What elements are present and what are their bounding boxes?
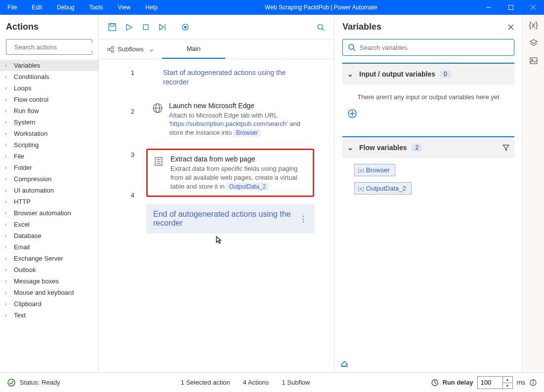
tree-item-excel[interactable]: ›Excel	[0, 219, 98, 230]
line-4: 4	[99, 177, 134, 201]
menu-file[interactable]: File	[0, 0, 24, 15]
menu-tools[interactable]: Tools	[82, 0, 110, 15]
chevron-right-icon: ›	[5, 142, 11, 148]
variables-search[interactable]	[342, 39, 514, 56]
svg-point-39	[8, 379, 15, 386]
chevron-down-icon[interactable]: ⌄	[347, 144, 353, 152]
tree-item-email[interactable]: ›Email	[0, 241, 98, 253]
menu-help[interactable]: Help	[138, 0, 165, 15]
minimize-button[interactable]	[477, 0, 500, 15]
variable-item-outputdata[interactable]: (x)OutputData_2	[354, 182, 412, 195]
layers-icon[interactable]	[529, 39, 538, 47]
image-icon[interactable]	[529, 56, 538, 65]
tree-item-database[interactable]: ›Database	[0, 230, 98, 241]
chevron-right-icon: ›	[5, 210, 11, 216]
actions-search[interactable]	[6, 39, 92, 55]
svg-marker-36	[530, 39, 537, 43]
flow-count-badge: 2	[412, 144, 422, 152]
svg-point-13	[184, 26, 186, 28]
braces-icon[interactable]: {x}	[529, 21, 538, 30]
chevron-right-icon: ›	[5, 267, 11, 273]
check-icon	[7, 378, 16, 387]
step-extract-data[interactable]: Extract data from web page Extract data …	[146, 149, 314, 197]
tree-item-run-flow[interactable]: ›Run flow	[0, 105, 98, 117]
delay-input[interactable]	[478, 379, 502, 386]
tree-item-conditionals[interactable]: ›Conditionals	[0, 71, 98, 82]
chevron-down-icon: ⌄	[149, 45, 154, 53]
tree-item-flow-control[interactable]: ›Flow control	[0, 94, 98, 105]
chevron-right-icon: ›	[5, 154, 11, 159]
tree-item-file[interactable]: ›File	[0, 151, 98, 162]
window-controls	[477, 0, 544, 15]
menu-edit[interactable]: Edit	[24, 0, 49, 15]
chevron-right-icon: ›	[5, 63, 11, 68]
subflow-count: 1 Subflow	[282, 379, 310, 386]
spin-down[interactable]: ▾	[503, 383, 512, 389]
step-button[interactable]	[155, 19, 170, 35]
step-launch-edge[interactable]: Launch new Microsoft Edge Attach to Micr…	[146, 97, 314, 142]
tree-item-ui-automation[interactable]: ›UI automation	[0, 185, 98, 196]
tree-item-message-boxes[interactable]: ›Message boxes	[0, 275, 98, 287]
comment-end[interactable]: End of autogenerated actions using the r…	[146, 204, 314, 234]
tree-item-exchange-server[interactable]: ›Exchange Server	[0, 253, 98, 264]
tree-item-outlook[interactable]: ›Outlook	[0, 264, 98, 275]
add-variable-button[interactable]	[347, 109, 509, 118]
tree-label: Variables	[14, 62, 40, 69]
flow-section-header[interactable]: ⌄ Flow variables 2	[342, 137, 514, 158]
tree-label: Email	[14, 243, 30, 251]
flow-variables-section: ⌄ Flow variables 2 (x)Browser (x)OutputD…	[342, 136, 514, 206]
filter-icon[interactable]	[502, 144, 509, 151]
menu-debug[interactable]: Debug	[49, 0, 82, 15]
line-numbers: 1 2 3 4	[99, 59, 146, 372]
chevron-right-icon: ›	[5, 278, 11, 284]
tree-item-loops[interactable]: ›Loops	[0, 82, 98, 94]
line-1: 1	[99, 59, 134, 88]
tree-item-folder[interactable]: ›Folder	[0, 162, 98, 173]
run-button[interactable]	[121, 19, 137, 35]
subflows-label: Subflows	[118, 45, 144, 53]
info-icon[interactable]	[529, 379, 537, 387]
tree-item-variables[interactable]: ›Variables	[0, 60, 98, 71]
ms-label: ms	[517, 379, 525, 386]
variables-search-input[interactable]	[360, 44, 509, 51]
actions-search-input[interactable]	[14, 43, 97, 51]
variable-item-browser[interactable]: (x)Browser	[354, 164, 395, 176]
flow-search-button[interactable]	[313, 19, 329, 35]
delay-spinner[interactable]: ▴▾	[477, 376, 513, 389]
close-button[interactable]	[522, 0, 544, 15]
chevron-down-icon[interactable]: ⌄	[347, 70, 353, 78]
maximize-button[interactable]	[500, 0, 522, 15]
tree-item-workstation[interactable]: ›Workstation	[0, 128, 98, 139]
tree-item-text[interactable]: ›Text	[0, 310, 98, 321]
tree-label: Folder	[14, 164, 32, 171]
stop-button[interactable]	[138, 19, 154, 35]
tree-item-mouse-keyboard[interactable]: ›Mouse and keyboard	[0, 287, 98, 298]
tree-label: Flow control	[14, 96, 48, 103]
toolbar	[99, 15, 334, 39]
comment-start[interactable]: Start of autogenerated actions using the…	[163, 68, 311, 87]
tree-item-system[interactable]: ›System	[0, 117, 98, 128]
save-button[interactable]	[104, 19, 120, 35]
menu-view[interactable]: View	[110, 0, 138, 15]
io-section-header[interactable]: ⌄ Input / output variables 0	[342, 64, 514, 84]
close-variables-button[interactable]	[507, 24, 514, 31]
status-text: Status: Ready	[20, 379, 60, 386]
record-button[interactable]	[177, 19, 193, 35]
tree-item-scripting[interactable]: ›Scripting	[0, 139, 98, 151]
more-icon[interactable]: ⋮	[299, 214, 307, 224]
flow-area[interactable]: 1 2 3 4 Start of autogenerated actions u…	[99, 59, 334, 372]
globe-icon	[152, 103, 164, 137]
tree-item-http[interactable]: ›HTTP	[0, 196, 98, 207]
tree-item-compression[interactable]: ›Compression	[0, 173, 98, 185]
svg-rect-1	[508, 5, 513, 10]
spin-up[interactable]: ▴	[503, 377, 512, 383]
svg-point-43	[533, 381, 534, 381]
tree-item-clipboard[interactable]: ›Clipboard	[0, 298, 98, 310]
svg-line-15	[322, 29, 324, 31]
tab-main[interactable]: Main	[162, 39, 225, 59]
chevron-right-icon: ›	[5, 256, 11, 261]
erase-button[interactable]	[335, 353, 522, 372]
subflows-button[interactable]: Subflows ⌄	[99, 39, 162, 59]
actions-tree[interactable]: ›Variables ›Conditionals ›Loops ›Flow co…	[0, 60, 98, 372]
tree-item-browser-automation[interactable]: ›Browser automation	[0, 207, 98, 219]
